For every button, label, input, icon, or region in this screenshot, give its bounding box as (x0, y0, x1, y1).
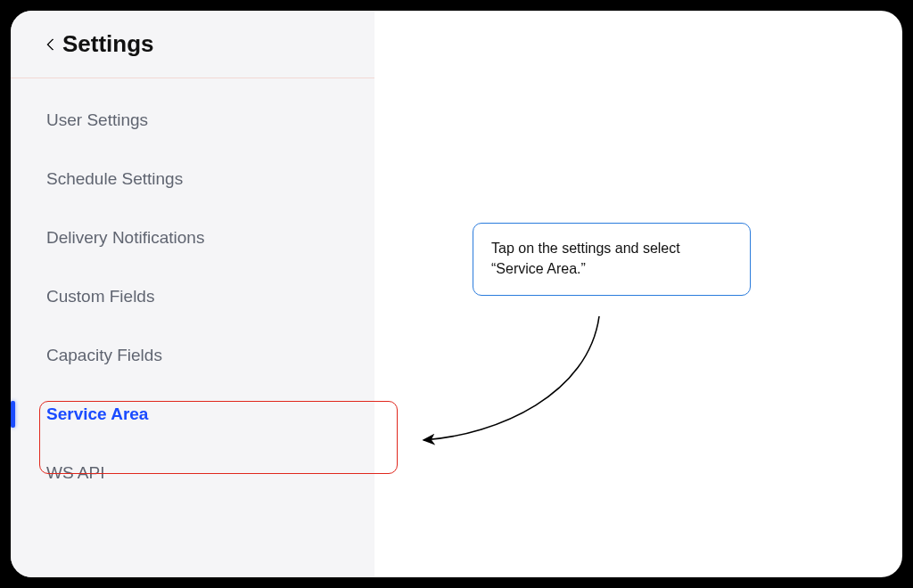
nav-item-service-area[interactable]: Service Area (11, 385, 374, 444)
nav-item-label: Delivery Notifications (46, 228, 204, 248)
settings-sidebar: Settings User Settings Schedule Settings… (11, 11, 374, 577)
page-title: Settings (62, 30, 154, 58)
nav-item-schedule-settings[interactable]: Schedule Settings (11, 150, 374, 208)
nav-item-label: Capacity Fields (46, 346, 162, 365)
content-area: Tap on the settings and select “Service … (374, 11, 902, 577)
nav-item-delivery-notifications[interactable]: Delivery Notifications (11, 208, 374, 267)
sidebar-header[interactable]: Settings (11, 30, 374, 78)
nav-item-custom-fields[interactable]: Custom Fields (11, 267, 374, 326)
instruction-callout: Tap on the settings and select “Service … (473, 223, 751, 296)
nav-item-label: Service Area (46, 404, 148, 424)
nav-item-ws-api[interactable]: WS API (11, 444, 374, 502)
nav-item-label: WS API (46, 463, 104, 483)
nav-item-label: Custom Fields (46, 287, 154, 306)
settings-nav: User Settings Schedule Settings Delivery… (11, 78, 374, 502)
callout-text: Tap on the settings and select “Service … (491, 241, 680, 276)
nav-item-capacity-fields[interactable]: Capacity Fields (11, 326, 374, 385)
nav-item-label: Schedule Settings (46, 169, 183, 189)
chevron-left-icon[interactable] (46, 38, 53, 51)
nav-item-label: User Settings (46, 110, 148, 130)
nav-item-user-settings[interactable]: User Settings (11, 91, 374, 150)
app-card: Settings User Settings Schedule Settings… (11, 11, 902, 577)
